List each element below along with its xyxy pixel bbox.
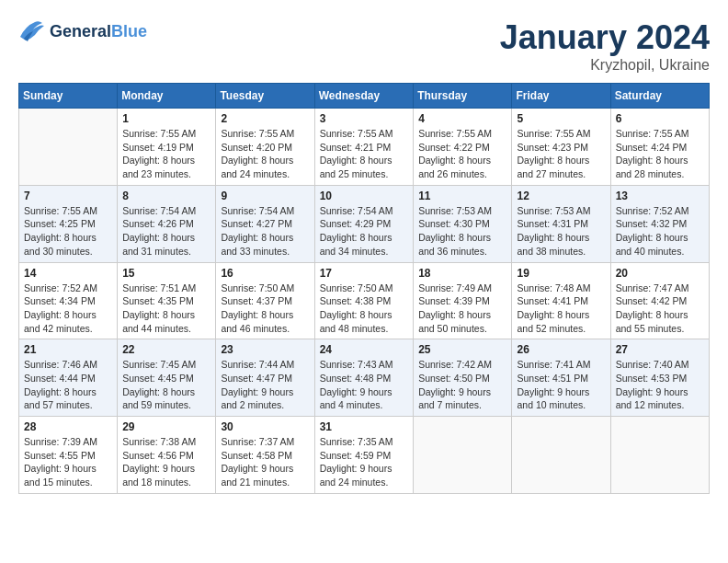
calendar-cell: 20Sunrise: 7:47 AMSunset: 4:42 PMDayligh… <box>610 262 709 339</box>
calendar-cell: 15Sunrise: 7:51 AMSunset: 4:35 PMDayligh… <box>118 262 216 339</box>
calendar-cell: 19Sunrise: 7:48 AMSunset: 4:41 PMDayligh… <box>512 262 610 339</box>
day-info: Sunrise: 7:43 AMSunset: 4:48 PMDaylight:… <box>320 358 409 412</box>
day-number: 25 <box>418 343 506 356</box>
day-number: 28 <box>24 420 112 433</box>
day-info: Sunrise: 7:50 AMSunset: 4:38 PMDaylight:… <box>320 282 409 336</box>
calendar-cell: 16Sunrise: 7:50 AMSunset: 4:37 PMDayligh… <box>216 262 314 339</box>
weekday-header: Thursday <box>414 84 512 109</box>
calendar-cell: 18Sunrise: 7:49 AMSunset: 4:39 PMDayligh… <box>414 262 512 339</box>
day-info: Sunrise: 7:52 AMSunset: 4:34 PMDaylight:… <box>24 282 112 336</box>
day-info: Sunrise: 7:48 AMSunset: 4:41 PMDaylight:… <box>517 282 605 336</box>
title-block: January 2024 Kryzhopil, Ukraine <box>500 18 710 74</box>
day-number: 21 <box>24 343 112 356</box>
day-number: 18 <box>418 267 506 280</box>
day-info: Sunrise: 7:40 AMSunset: 4:53 PMDaylight:… <box>616 358 704 412</box>
day-info: Sunrise: 7:39 AMSunset: 4:55 PMDaylight:… <box>24 435 112 489</box>
day-info: Sunrise: 7:55 AMSunset: 4:19 PMDaylight:… <box>122 127 210 181</box>
calendar-cell: 27Sunrise: 7:40 AMSunset: 4:53 PMDayligh… <box>610 339 709 417</box>
calendar-table: SundayMondayTuesdayWednesdayThursdayFrid… <box>18 83 710 494</box>
day-info: Sunrise: 7:55 AMSunset: 4:22 PMDaylight:… <box>418 127 506 181</box>
day-info: Sunrise: 7:42 AMSunset: 4:50 PMDaylight:… <box>418 358 506 412</box>
day-number: 22 <box>122 343 210 356</box>
calendar-cell: 6Sunrise: 7:55 AMSunset: 4:24 PMDaylight… <box>610 109 709 186</box>
calendar-week-row: 14Sunrise: 7:52 AMSunset: 4:34 PMDayligh… <box>19 262 710 339</box>
calendar-cell: 26Sunrise: 7:41 AMSunset: 4:51 PMDayligh… <box>512 339 610 417</box>
day-info: Sunrise: 7:51 AMSunset: 4:35 PMDaylight:… <box>122 282 210 336</box>
calendar-cell: 2Sunrise: 7:55 AMSunset: 4:20 PMDaylight… <box>216 109 314 186</box>
day-number: 10 <box>320 190 409 202</box>
day-number: 29 <box>122 420 210 433</box>
weekday-header: Friday <box>512 84 610 109</box>
day-number: 26 <box>517 343 605 356</box>
calendar-cell: 12Sunrise: 7:53 AMSunset: 4:31 PMDayligh… <box>512 185 610 262</box>
day-info: Sunrise: 7:38 AMSunset: 4:56 PMDaylight:… <box>122 435 210 489</box>
day-number: 19 <box>517 267 605 280</box>
day-number: 6 <box>616 112 704 125</box>
calendar-cell: 1Sunrise: 7:55 AMSunset: 4:19 PMDaylight… <box>118 109 216 186</box>
day-info: Sunrise: 7:55 AMSunset: 4:21 PMDaylight:… <box>320 127 409 181</box>
day-info: Sunrise: 7:46 AMSunset: 4:44 PMDaylight:… <box>24 358 112 412</box>
day-info: Sunrise: 7:54 AMSunset: 4:26 PMDaylight:… <box>122 204 210 259</box>
day-number: 20 <box>616 267 704 280</box>
day-number: 17 <box>320 267 409 280</box>
day-number: 23 <box>221 343 309 356</box>
location-title: Kryzhopil, Ukraine <box>500 57 710 74</box>
day-info: Sunrise: 7:54 AMSunset: 4:29 PMDaylight:… <box>320 204 409 259</box>
day-info: Sunrise: 7:49 AMSunset: 4:39 PMDaylight:… <box>418 282 506 336</box>
day-info: Sunrise: 7:55 AMSunset: 4:24 PMDaylight:… <box>616 127 704 181</box>
month-title: January 2024 <box>500 18 710 57</box>
day-info: Sunrise: 7:45 AMSunset: 4:45 PMDaylight:… <box>122 358 210 412</box>
day-info: Sunrise: 7:50 AMSunset: 4:37 PMDaylight:… <box>221 282 309 336</box>
day-number: 16 <box>221 267 309 280</box>
day-info: Sunrise: 7:52 AMSunset: 4:32 PMDaylight:… <box>616 204 704 259</box>
calendar-cell: 9Sunrise: 7:54 AMSunset: 4:27 PMDaylight… <box>216 185 314 262</box>
calendar-cell <box>610 417 709 494</box>
calendar-cell: 4Sunrise: 7:55 AMSunset: 4:22 PMDaylight… <box>414 109 512 186</box>
weekday-header: Sunday <box>19 84 118 109</box>
day-info: Sunrise: 7:47 AMSunset: 4:42 PMDaylight:… <box>616 282 704 336</box>
calendar-cell: 11Sunrise: 7:53 AMSunset: 4:30 PMDayligh… <box>414 185 512 262</box>
calendar-cell: 21Sunrise: 7:46 AMSunset: 4:44 PMDayligh… <box>19 339 118 417</box>
logo: GeneralBlue <box>18 18 147 44</box>
calendar-cell <box>19 109 118 186</box>
calendar-cell: 14Sunrise: 7:52 AMSunset: 4:34 PMDayligh… <box>19 262 118 339</box>
calendar-cell: 28Sunrise: 7:39 AMSunset: 4:55 PMDayligh… <box>19 417 118 494</box>
day-number: 13 <box>616 190 704 202</box>
weekday-header-row: SundayMondayTuesdayWednesdayThursdayFrid… <box>19 84 710 109</box>
day-info: Sunrise: 7:53 AMSunset: 4:30 PMDaylight:… <box>418 204 506 259</box>
day-number: 24 <box>320 343 409 356</box>
calendar-cell: 17Sunrise: 7:50 AMSunset: 4:38 PMDayligh… <box>314 262 414 339</box>
day-info: Sunrise: 7:55 AMSunset: 4:25 PMDaylight:… <box>24 204 112 259</box>
weekday-header: Saturday <box>610 84 709 109</box>
calendar-week-row: 28Sunrise: 7:39 AMSunset: 4:55 PMDayligh… <box>19 417 710 494</box>
calendar-cell: 22Sunrise: 7:45 AMSunset: 4:45 PMDayligh… <box>118 339 216 417</box>
day-number: 4 <box>418 112 506 125</box>
calendar-cell: 5Sunrise: 7:55 AMSunset: 4:23 PMDaylight… <box>512 109 610 186</box>
day-info: Sunrise: 7:37 AMSunset: 4:58 PMDaylight:… <box>221 435 309 489</box>
day-number: 31 <box>320 420 409 433</box>
calendar-cell <box>512 417 610 494</box>
day-number: 5 <box>517 112 605 125</box>
day-info: Sunrise: 7:55 AMSunset: 4:23 PMDaylight:… <box>517 127 605 181</box>
calendar-week-row: 21Sunrise: 7:46 AMSunset: 4:44 PMDayligh… <box>19 339 710 417</box>
day-info: Sunrise: 7:35 AMSunset: 4:59 PMDaylight:… <box>320 435 409 489</box>
weekday-header: Tuesday <box>216 84 314 109</box>
day-info: Sunrise: 7:55 AMSunset: 4:20 PMDaylight:… <box>221 127 309 181</box>
calendar-cell <box>414 417 512 494</box>
day-number: 9 <box>221 190 309 202</box>
calendar-cell: 29Sunrise: 7:38 AMSunset: 4:56 PMDayligh… <box>118 417 216 494</box>
day-number: 2 <box>221 112 309 125</box>
day-number: 12 <box>517 190 605 202</box>
day-info: Sunrise: 7:44 AMSunset: 4:47 PMDaylight:… <box>221 358 309 412</box>
calendar-week-row: 7Sunrise: 7:55 AMSunset: 4:25 PMDaylight… <box>19 185 710 262</box>
day-info: Sunrise: 7:41 AMSunset: 4:51 PMDaylight:… <box>517 358 605 412</box>
day-number: 8 <box>122 190 210 202</box>
calendar-week-row: 1Sunrise: 7:55 AMSunset: 4:19 PMDaylight… <box>19 109 710 186</box>
calendar-cell: 8Sunrise: 7:54 AMSunset: 4:26 PMDaylight… <box>118 185 216 262</box>
day-number: 7 <box>24 190 112 202</box>
weekday-header: Wednesday <box>314 84 414 109</box>
day-info: Sunrise: 7:54 AMSunset: 4:27 PMDaylight:… <box>221 204 309 259</box>
calendar-cell: 25Sunrise: 7:42 AMSunset: 4:50 PMDayligh… <box>414 339 512 417</box>
calendar-cell: 30Sunrise: 7:37 AMSunset: 4:58 PMDayligh… <box>216 417 314 494</box>
day-number: 11 <box>418 190 506 202</box>
